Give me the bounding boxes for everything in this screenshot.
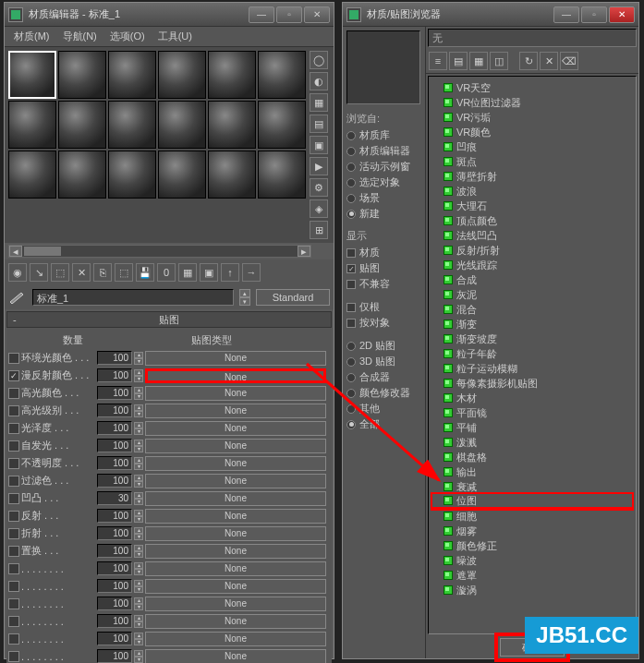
rollout-header[interactable]: 贴图 [6, 311, 332, 328]
view-list-icon[interactable]: ≡ [429, 52, 447, 70]
spinner-buttons[interactable]: ▴▾ [134, 562, 143, 575]
check-option[interactable]: 仅根 [346, 299, 421, 315]
radio-option[interactable]: 材质库 [346, 127, 421, 143]
tree-item[interactable]: 漩涡 [432, 583, 632, 597]
spinner-buttons[interactable]: ▴▾ [134, 387, 143, 400]
tree-item[interactable]: VR污垢 [432, 110, 632, 125]
tree-item[interactable]: 平铺 [432, 420, 632, 435]
sample-slot[interactable] [208, 101, 256, 149]
spinner-buttons[interactable]: ▴▾ [134, 597, 143, 610]
radio-option[interactable]: 全部 [346, 416, 421, 432]
delete-from-lib-icon[interactable]: ✕ [540, 52, 558, 70]
map-amount-input[interactable]: 100 [97, 632, 132, 645]
menu-tools[interactable]: 工具(U) [152, 28, 198, 45]
spinner-buttons[interactable]: ▴▾ [134, 352, 143, 365]
map-amount-input[interactable]: 100 [97, 404, 132, 417]
tree-item[interactable]: 粒子年龄 [432, 346, 632, 361]
menu-material[interactable]: 材质(M) [8, 28, 55, 45]
sample-slot[interactable] [258, 151, 306, 199]
effects-channel-icon[interactable]: 0 [157, 263, 176, 282]
spinner-buttons[interactable]: ▴▾ [134, 475, 143, 488]
map-amount-input[interactable]: 100 [97, 456, 132, 470]
tree-item[interactable]: 渐变 [432, 317, 632, 332]
map-amount-input[interactable]: 100 [97, 351, 132, 365]
map-enable-checkbox[interactable] [8, 353, 19, 364]
close-button[interactable]: ✕ [304, 6, 330, 23]
tree-item[interactable]: 灰泥 [432, 287, 632, 302]
check-option[interactable]: 按对象 [346, 315, 421, 331]
map-enable-checkbox[interactable] [8, 616, 19, 627]
map-enable-checkbox[interactable] [8, 388, 19, 399]
tree-item[interactable]: VR位图过滤器 [432, 95, 632, 110]
spinner-buttons[interactable]: ▴▾ [134, 369, 143, 382]
radio-option[interactable]: 材质编辑器 [346, 143, 421, 159]
tree-item[interactable]: 烟雾 [432, 524, 632, 538]
map-slot-button[interactable]: None [145, 579, 326, 594]
tree-item[interactable]: 棋盘格 [432, 450, 632, 464]
map-enable-checkbox[interactable] [8, 493, 19, 504]
tree-item[interactable]: 位图 [432, 494, 632, 509]
tree-item[interactable]: 渐变坡度 [432, 332, 632, 346]
spinner-buttons[interactable]: ▴▾ [134, 457, 143, 470]
map-amount-input[interactable]: 100 [97, 649, 132, 663]
go-parent-icon[interactable]: ↑ [221, 263, 239, 282]
map-enable-checkbox[interactable] [8, 440, 19, 452]
sample-slot[interactable] [208, 51, 256, 99]
map-amount-input[interactable]: 100 [97, 579, 132, 593]
map-amount-input[interactable]: 100 [97, 597, 132, 610]
spinner-buttons[interactable]: ▴▾ [134, 580, 143, 593]
spinner-buttons[interactable]: ▴▾ [134, 615, 143, 628]
assign-icon[interactable]: ⬚ [51, 263, 69, 282]
map-slot-button[interactable]: None [145, 597, 326, 611]
map-tree[interactable]: VR天空VR位图过滤器VR污垢VR颜色凹痕斑点薄壁折射波浪大理石顶点颜色法线凹凸… [428, 76, 637, 634]
tree-item[interactable]: 噪波 [432, 553, 632, 568]
map-enable-checkbox[interactable] [8, 511, 19, 522]
spinner-buttons[interactable]: ▴▾ [134, 510, 143, 523]
update-scene-icon[interactable]: ↻ [519, 52, 538, 70]
sample-slot[interactable] [158, 101, 206, 149]
tree-item[interactable]: 遮罩 [432, 568, 632, 583]
backlight-icon[interactable]: ◐ [310, 72, 328, 90]
map-slot-button[interactable]: None [145, 561, 326, 576]
map-slot-button[interactable]: None [145, 421, 326, 436]
show-end-result-icon[interactable]: ▣ [200, 263, 218, 282]
map-slot-button[interactable]: None [145, 491, 326, 506]
show-in-viewport-icon[interactable]: ▦ [178, 263, 197, 282]
map-slot-button[interactable]: None [145, 632, 326, 646]
put-to-lib-icon[interactable]: 💾 [136, 263, 154, 282]
sample-slot[interactable] [108, 101, 156, 149]
tree-item[interactable]: 顶点颜色 [432, 213, 632, 228]
map-amount-input[interactable]: 30 [97, 491, 132, 505]
map-enable-checkbox[interactable] [8, 598, 19, 609]
spinner-buttons[interactable]: ▴▾ [134, 422, 143, 435]
sample-slot[interactable] [8, 51, 56, 99]
go-sibling-icon[interactable]: → [242, 263, 261, 282]
spinner-buttons[interactable]: ▴▾ [134, 545, 143, 558]
map-enable-checkbox[interactable] [8, 546, 19, 557]
scroll-left-icon[interactable]: ◂ [9, 246, 22, 257]
tree-item[interactable]: 衰减 [432, 479, 632, 494]
sample-slot[interactable] [58, 51, 106, 99]
menu-options[interactable]: 选项(O) [104, 28, 151, 45]
tree-item[interactable]: 反射/折射 [432, 243, 632, 258]
maximize-button[interactable]: ▫ [581, 6, 607, 23]
maximize-button[interactable]: ▫ [276, 6, 302, 23]
radio-option[interactable]: 选定对象 [346, 175, 421, 190]
tree-item[interactable]: VR天空 [432, 80, 632, 95]
map-enable-checkbox[interactable] [8, 476, 19, 487]
sample-slot[interactable] [58, 151, 106, 199]
map-enable-checkbox[interactable] [8, 563, 19, 574]
map-slot-button[interactable]: None [145, 351, 326, 366]
radio-option[interactable]: 其他 [346, 401, 421, 416]
scroll-thumb[interactable] [24, 247, 61, 256]
map-amount-input[interactable]: 100 [97, 509, 132, 523]
map-slot-button[interactable]: None [145, 526, 326, 541]
map-amount-input[interactable]: 100 [97, 614, 132, 628]
put-to-scene-icon[interactable]: ↘ [30, 263, 48, 282]
tree-item[interactable]: 每像素摄影机贴图 [432, 376, 632, 391]
spinner-buttons[interactable]: ▴▾ [134, 650, 143, 663]
sample-slot[interactable] [108, 151, 156, 199]
background-icon[interactable]: ▦ [310, 93, 328, 112]
uv-tile-icon[interactable]: ▤ [310, 115, 328, 133]
map-slot-button[interactable]: None [145, 474, 326, 488]
